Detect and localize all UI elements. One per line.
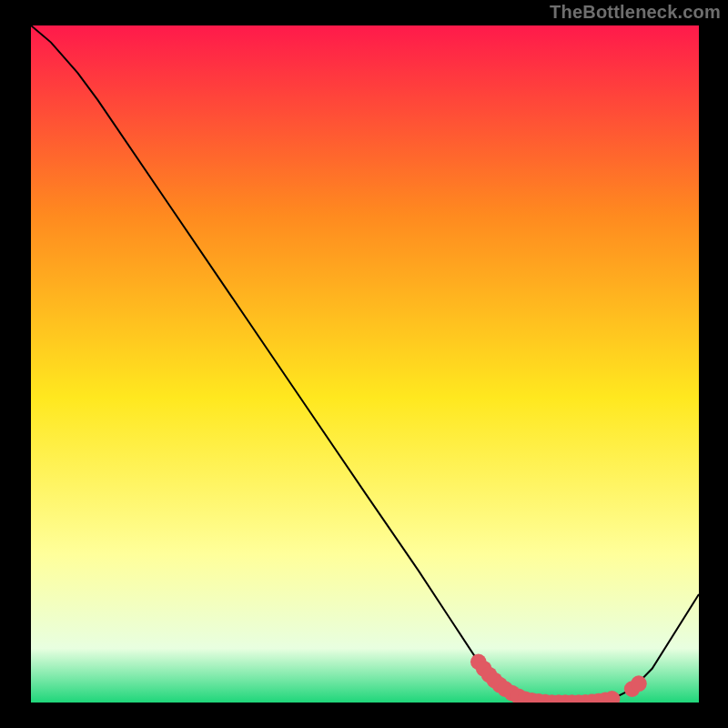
watermark-text: TheBottleneck.com: [550, 2, 721, 23]
plot-area: [31, 25, 699, 703]
chart-frame: TheBottleneck.com: [0, 0, 728, 728]
chart-svg: [31, 25, 699, 703]
curve-marker: [631, 675, 647, 692]
gradient-background: [31, 25, 699, 703]
